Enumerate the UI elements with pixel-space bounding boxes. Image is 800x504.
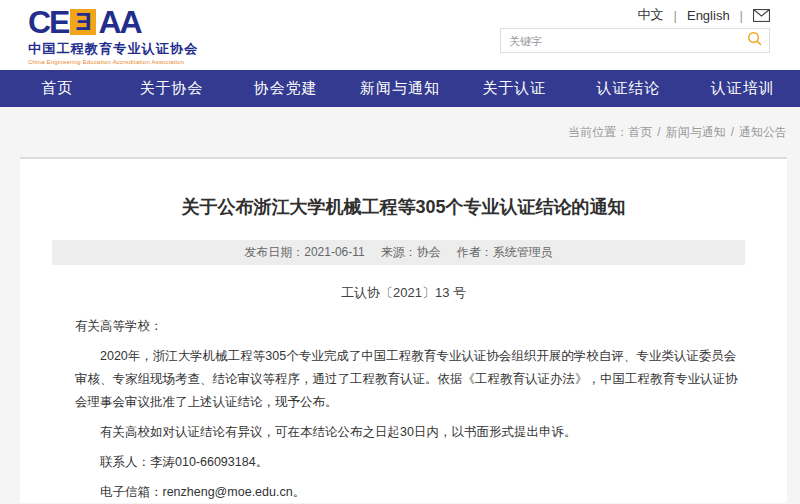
- nav-item-accreditation[interactable]: 关于认证: [457, 70, 571, 107]
- lang-chinese-link[interactable]: 中文: [638, 6, 664, 24]
- logo-text-ce: CE: [28, 7, 68, 37]
- nav-item-results[interactable]: 认证结论: [571, 70, 685, 107]
- breadcrumb-home[interactable]: 首页: [628, 124, 652, 141]
- nav-item-about[interactable]: 关于协会: [114, 70, 228, 107]
- breadcrumb-separator: /: [731, 125, 734, 139]
- mail-icon[interactable]: [753, 9, 770, 22]
- language-switcher: 中文 | English |: [638, 6, 770, 24]
- breadcrumb: 当前位置： 首页 / 新闻与通知 / 通知公告: [0, 107, 800, 157]
- search-icon: [747, 31, 763, 50]
- breadcrumb-prefix: 当前位置：: [568, 124, 628, 141]
- logo-wordmark: CE Ǝ AA: [28, 7, 198, 37]
- article-body: 有关高等学校： 2020年，浙江大学机械工程等305个专业完成了中国工程教育专业…: [75, 315, 743, 503]
- search-input[interactable]: [501, 35, 741, 47]
- main-nav: 首页 关于协会 协会党建 新闻与通知 关于认证 认证结论 认证培训: [0, 70, 800, 107]
- document-number: 工认协〔2021〕13 号: [20, 284, 787, 302]
- logo-reversed-e-block: Ǝ: [70, 9, 96, 35]
- nav-item-party[interactable]: 协会党建: [229, 70, 343, 107]
- ceeaa-logo[interactable]: CE Ǝ AA 中国工程教育专业认证协会 China Engineering E…: [28, 7, 198, 65]
- breadcrumb-news[interactable]: 新闻与通知: [666, 124, 726, 141]
- content-background: 当前位置： 首页 / 新闻与通知 / 通知公告 关于公布浙江大学机械工程等305…: [0, 107, 800, 504]
- divider: |: [674, 8, 677, 23]
- paragraph-appeal: 有关高校如对认证结论有异议，可在本结论公布之日起30日内，以书面形式提出申诉。: [75, 421, 743, 444]
- breadcrumb-notices[interactable]: 通知公告: [739, 124, 787, 141]
- publish-date: 发布日期：2021-06-11: [244, 244, 365, 261]
- paragraph-salutation: 有关高等学校：: [75, 315, 743, 338]
- logo-chinese-name: 中国工程教育专业认证协会: [28, 40, 198, 58]
- search-button[interactable]: [741, 29, 769, 52]
- divider: |: [740, 8, 743, 23]
- logo-english-name: China Engineering Education Accreditatio…: [28, 59, 198, 65]
- paragraph-email: 电子信箱：renzheng@moe.edu.cn。: [75, 481, 743, 503]
- lang-english-link[interactable]: English: [687, 8, 730, 23]
- logo-text-aa: AA: [98, 7, 140, 37]
- paragraph-contact: 联系人：李涛010-66093184。: [75, 451, 743, 474]
- search-box: [500, 28, 770, 53]
- nav-item-home[interactable]: 首页: [0, 70, 114, 107]
- paragraph-main: 2020年，浙江大学机械工程等305个专业完成了中国工程教育专业认证协会组织开展…: [75, 345, 743, 414]
- breadcrumb-separator: /: [657, 125, 660, 139]
- nav-item-training[interactable]: 认证培训: [686, 70, 800, 107]
- article-meta-bar: 发布日期：2021-06-11 来源：协会 作者：系统管理员: [52, 240, 745, 265]
- page-title: 关于公布浙江大学机械工程等305个专业认证结论的通知: [20, 195, 787, 219]
- source: 来源：协会: [381, 244, 441, 261]
- author: 作者：系统管理员: [457, 244, 553, 261]
- nav-item-news[interactable]: 新闻与通知: [343, 70, 457, 107]
- site-header: CE Ǝ AA 中国工程教育专业认证协会 China Engineering E…: [0, 0, 800, 70]
- article-card: 关于公布浙江大学机械工程等305个专业认证结论的通知 发布日期：2021-06-…: [20, 157, 787, 503]
